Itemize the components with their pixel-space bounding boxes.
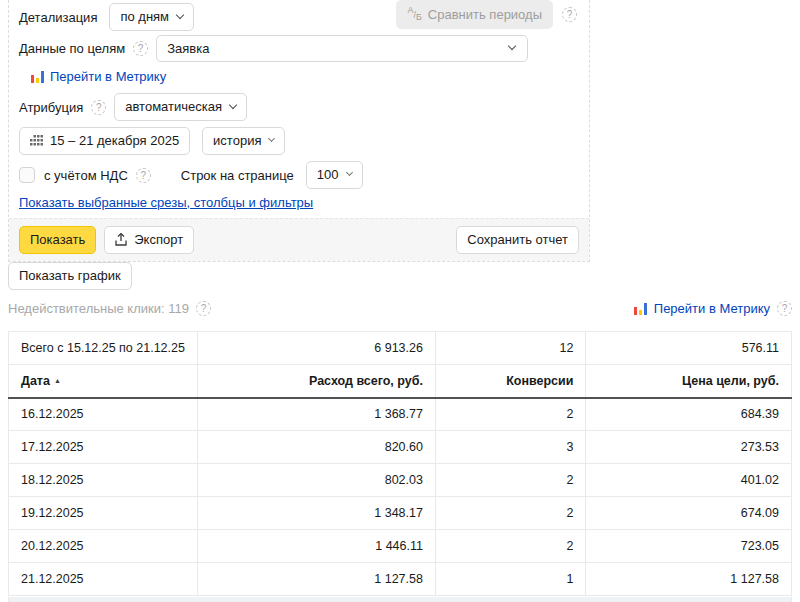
date-range-button[interactable]: 15 – 21 декабря 2025 — [19, 127, 190, 155]
metrika-icon — [31, 70, 44, 83]
total-label: Всего с 15.12.25 по 21.12.25 — [9, 332, 198, 365]
panel-footer: Показать Экспорт Сохранить отчет — [9, 218, 589, 261]
table-row: 20.12.20251 446.112723.05 — [9, 530, 792, 563]
ab-compare-icon: А/Б — [407, 6, 421, 22]
save-report-button[interactable]: Сохранить отчет — [456, 226, 579, 254]
calendar-grid-icon — [30, 135, 43, 147]
rows-per-page-label: Строк на странице — [181, 168, 294, 183]
table-row: 19.12.20251 348.172674.09 — [9, 497, 792, 530]
table-row: 21.12.20251 127.5811 127.58 — [9, 563, 792, 596]
help-icon[interactable]: ? — [136, 168, 151, 183]
goals-label: Данные по целям — [19, 41, 125, 56]
export-button[interactable]: Экспорт — [104, 226, 194, 254]
compare-periods-button[interactable]: А/Б Сравнить периоды — [396, 0, 553, 29]
attribution-dropdown[interactable]: автоматическая — [114, 93, 247, 121]
filter-panel: Детализация по дням А/Б Сравнить периоды… — [8, 0, 590, 262]
chevron-down-icon — [345, 169, 352, 176]
header-goal-cost[interactable]: Цена цели, руб. — [586, 365, 792, 398]
show-chart-button[interactable]: Показать график — [8, 262, 132, 290]
metrika-link[interactable]: Перейти в Метрику — [654, 301, 770, 316]
metrika-link[interactable]: Перейти в Метрику — [50, 69, 166, 84]
rows-per-page-dropdown[interactable]: 100 — [306, 161, 363, 189]
show-button[interactable]: Показать — [19, 226, 96, 254]
header-row: Дата▲ Расход всего, руб. Конверсии Цена … — [9, 365, 792, 398]
total-goal-cost: 576.11 — [586, 332, 792, 365]
next-total-row-partial — [8, 597, 792, 602]
total-cost: 6 913.26 — [197, 332, 435, 365]
attribution-label: Атрибуция — [19, 100, 83, 115]
help-icon[interactable]: ? — [133, 41, 148, 56]
help-icon[interactable]: ? — [196, 301, 211, 316]
export-icon — [115, 233, 127, 246]
detail-dropdown[interactable]: по дням — [109, 3, 194, 31]
help-icon[interactable]: ? — [777, 301, 792, 316]
invalid-clicks-text: Недействительные клики: 119 — [8, 301, 189, 316]
detail-label: Детализация — [19, 10, 97, 25]
vat-checkbox[interactable] — [19, 167, 35, 183]
goal-select[interactable]: Заявка — [156, 35, 528, 62]
total-conversions: 12 — [435, 332, 585, 365]
help-icon[interactable]: ? — [562, 7, 577, 22]
header-conversions[interactable]: Конверсии — [435, 365, 585, 398]
sort-asc-icon: ▲ — [54, 377, 61, 384]
table-row: 17.12.2025820.603273.53 — [9, 431, 792, 464]
chevron-down-icon — [268, 135, 275, 142]
show-slices-link[interactable]: Показать выбранные срезы, столбцы и филь… — [19, 195, 313, 210]
metrika-icon — [634, 302, 647, 315]
table-row: 18.12.2025802.032401.02 — [9, 464, 792, 497]
total-row: Всего с 15.12.25 по 21.12.25 6 913.26 12… — [9, 332, 792, 365]
header-cost[interactable]: Расход всего, руб. — [197, 365, 435, 398]
chevron-down-icon — [229, 100, 237, 108]
history-dropdown[interactable]: история — [202, 127, 285, 155]
chevron-down-icon — [176, 10, 184, 18]
header-date[interactable]: Дата▲ — [9, 365, 198, 398]
stats-bar: Недействительные клики: 119 ? Перейти в … — [8, 301, 792, 316]
table-row: 16.12.20251 368.772684.39 — [9, 398, 792, 431]
stats-table: Всего с 15.12.25 по 21.12.25 6 913.26 12… — [8, 331, 792, 596]
help-icon[interactable]: ? — [91, 100, 106, 115]
chevron-down-icon — [508, 42, 516, 50]
vat-label: с учётом НДС — [44, 168, 128, 183]
